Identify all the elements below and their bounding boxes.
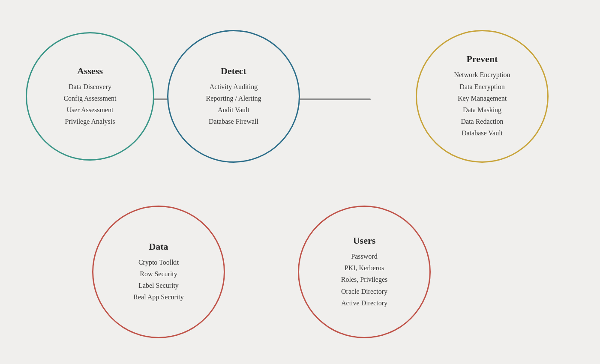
users-item-5: Active Directory xyxy=(341,297,387,309)
circle-assess: Assess Data Discovery Config Assessment … xyxy=(26,32,154,161)
data-item-3: Label Security xyxy=(138,280,179,291)
prevent-item-5: Data Redaction xyxy=(461,116,503,127)
prevent-item-2: Data Encryption xyxy=(459,81,504,92)
assess-item-3: User Assessment xyxy=(67,104,114,116)
prevent-item-4: Data Masking xyxy=(463,104,501,116)
detect-item-4: Database Firewall xyxy=(209,116,258,127)
data-item-1: Crypto Toolkit xyxy=(138,257,179,268)
users-item-1: Password xyxy=(351,251,377,262)
circle-prevent: Prevent Network Encryption Data Encrypti… xyxy=(416,30,549,163)
assess-item-2: Config Assessment xyxy=(63,92,116,104)
data-title: Data xyxy=(149,241,168,252)
users-title: Users xyxy=(353,235,376,246)
assess-item-4: Privilege Analysis xyxy=(65,116,115,127)
detect-title: Detect xyxy=(221,66,246,77)
users-item-3: Roles, Privileges xyxy=(341,274,387,285)
users-item-2: PKI, Kerberos xyxy=(345,262,384,274)
connector-detect-prevent xyxy=(296,98,371,100)
detect-item-3: Audit Vault xyxy=(218,104,249,116)
detect-item-1: Activity Auditing xyxy=(210,81,258,92)
prevent-item-3: Key Management xyxy=(458,92,507,104)
users-item-4: Oracle Directory xyxy=(341,286,387,297)
prevent-title: Prevent xyxy=(467,54,498,65)
prevent-item-6: Database Vault xyxy=(462,127,503,139)
circle-users: Users Password PKI, Kerberos Roles, Priv… xyxy=(298,206,431,338)
circle-detect: Detect Activity Auditing Reporting / Ale… xyxy=(167,30,300,163)
circle-data: Data Crypto Toolkit Row Security Label S… xyxy=(92,206,225,338)
diagram: Assess Data Discovery Config Assessment … xyxy=(0,0,600,364)
detect-item-2: Reporting / Alerting xyxy=(206,92,261,104)
data-item-4: Real App Security xyxy=(133,291,183,303)
prevent-item-1: Network Encryption xyxy=(454,69,510,81)
assess-title: Assess xyxy=(77,66,103,77)
assess-item-1: Data Discovery xyxy=(69,81,111,92)
data-item-2: Row Security xyxy=(140,268,177,280)
